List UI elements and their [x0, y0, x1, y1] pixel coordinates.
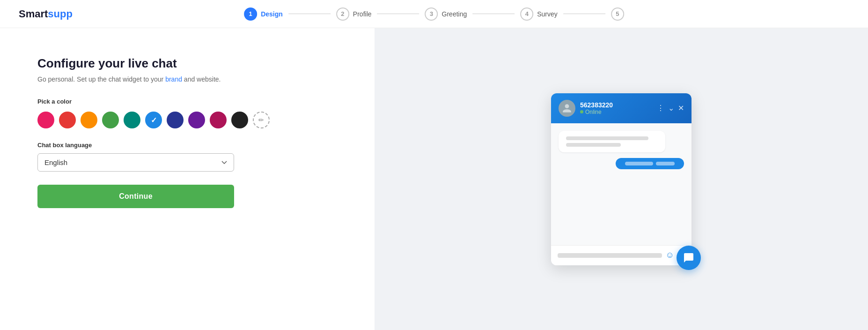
chat-header-actions: ⋮ ⌄ ✕: [657, 104, 684, 112]
step-5-circle: 5: [611, 8, 624, 21]
avatar-icon: [562, 103, 572, 113]
right-panel: 562383220 Online ⋮ ⌄ ✕: [375, 28, 868, 330]
main-content: Configure your live chat Go personal. Se…: [0, 28, 868, 330]
logo-supp: supp: [48, 8, 73, 20]
color-swatch-pink[interactable]: [37, 112, 54, 128]
step-3-label: Greeting: [442, 10, 467, 18]
step-1-circle: 1: [244, 8, 257, 21]
more-icon[interactable]: ⋮: [657, 104, 664, 112]
color-swatch-purple[interactable]: [188, 112, 205, 128]
status-text: Online: [585, 109, 602, 115]
chat-input-area: ☺ ➤: [551, 245, 691, 265]
color-picker: [37, 112, 337, 128]
color-swatch-navy[interactable]: [167, 112, 184, 128]
agent-name: 562383220: [580, 101, 652, 109]
step-1[interactable]: 1 Design: [244, 8, 283, 21]
header: Smartsupp 1 Design 2 Profile 3 Greeting …: [0, 0, 868, 28]
step-3[interactable]: 3 Greeting: [425, 8, 467, 21]
close-icon[interactable]: ✕: [678, 104, 684, 112]
continue-button[interactable]: Continue: [37, 185, 234, 208]
step-line-4-5: [563, 14, 605, 14]
emoji-icon[interactable]: ☺: [666, 250, 674, 260]
step-5[interactable]: 5: [611, 8, 624, 21]
agent-status: Online: [580, 109, 652, 115]
chat-window: 562383220 Online ⋮ ⌄ ✕: [551, 93, 691, 265]
color-swatch-teal[interactable]: [124, 112, 140, 128]
language-section-label: Chat box language: [37, 142, 337, 149]
color-swatch-red[interactable]: [59, 112, 76, 128]
step-4[interactable]: 4 Survey: [520, 8, 558, 21]
color-swatch-custom[interactable]: [253, 112, 270, 128]
language-select[interactable]: EnglishCzechSlovakGermanFrenchSpanishPol…: [37, 153, 234, 172]
color-swatch-magenta[interactable]: [210, 112, 227, 128]
color-swatch-orange[interactable]: [81, 112, 97, 128]
step-4-circle: 4: [520, 8, 533, 21]
step-4-label: Survey: [537, 10, 558, 18]
agent-avatar: [559, 100, 575, 117]
left-panel: Configure your live chat Go personal. Se…: [0, 28, 375, 330]
reply-button[interactable]: [616, 158, 684, 169]
step-line-1-2: [288, 14, 331, 14]
msg-line-1: [566, 136, 648, 140]
color-section-label: Pick a color: [37, 98, 337, 105]
page-subtitle: Go personal. Set up the chat widget to y…: [37, 75, 337, 83]
status-dot: [580, 110, 583, 113]
step-line-2-3: [377, 14, 419, 14]
step-1-label: Design: [261, 10, 283, 18]
chat-header-info: 562383220 Online: [580, 101, 652, 115]
step-3-circle: 3: [425, 8, 438, 21]
step-line-3-4: [472, 14, 515, 14]
msg-line-2: [566, 143, 621, 147]
chat-preview: 562383220 Online ⋮ ⌄ ✕: [542, 93, 701, 265]
step-2[interactable]: 2 Profile: [336, 8, 372, 21]
step-2-circle: 2: [336, 8, 349, 21]
color-swatch-blue[interactable]: [145, 112, 162, 128]
chat-float-button[interactable]: [677, 246, 701, 270]
stepper: 1 Design 2 Profile 3 Greeting 4 Survey 5: [244, 8, 624, 21]
brand-link[interactable]: brand: [165, 75, 182, 83]
chat-body: [551, 123, 691, 245]
input-placeholder-bar: [558, 253, 662, 258]
reply-placeholder: [625, 162, 653, 165]
chat-bubble-icon: [683, 252, 694, 263]
logo-smart: Smart: [19, 8, 48, 20]
step-2-label: Profile: [353, 10, 372, 18]
reply-placeholder-2: [656, 162, 675, 165]
chevron-down-icon[interactable]: ⌄: [668, 104, 674, 112]
color-swatch-black[interactable]: [231, 112, 248, 128]
color-swatch-green[interactable]: [102, 112, 119, 128]
logo[interactable]: Smartsupp: [19, 8, 73, 20]
message-bubble: [559, 131, 665, 152]
page-title: Configure your live chat: [37, 56, 337, 71]
chat-header: 562383220 Online ⋮ ⌄ ✕: [551, 93, 691, 123]
